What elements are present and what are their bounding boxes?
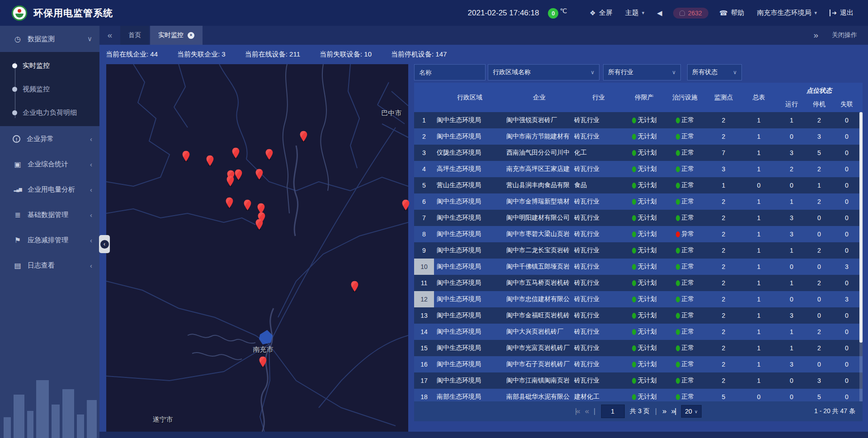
map-pin[interactable] bbox=[182, 151, 190, 162]
fullscreen-button[interactable]: ❖ 全屏 bbox=[590, 9, 612, 17]
map-pin[interactable] bbox=[206, 155, 214, 166]
map-pin[interactable] bbox=[226, 175, 235, 187]
map-pin[interactable] bbox=[259, 356, 267, 367]
table-row[interactable]: 7阆中生态环境局阆中明阳建材有限公司砖瓦行业无计划正常21300 bbox=[414, 210, 863, 226]
map-pin[interactable] bbox=[299, 131, 308, 142]
tab-首页[interactable]: 首页 bbox=[120, 26, 149, 45]
sidebar-item[interactable]: ≣基础数据管理‹ bbox=[0, 202, 99, 227]
map-pin[interactable] bbox=[350, 281, 359, 292]
col-header-points[interactable]: 监测点 bbox=[705, 94, 742, 102]
prev-page-button[interactable]: « bbox=[585, 407, 588, 416]
table-cell: 阆中生态环境局 bbox=[434, 259, 505, 275]
records-range-label: 1 - 20 共 47 条 bbox=[814, 407, 863, 415]
chevron-down-icon: ∨ bbox=[87, 35, 92, 43]
table-row[interactable]: 6阆中生态环境局阆中市金博瑞新型墙材砖瓦行业无计划正常21120 bbox=[414, 193, 863, 210]
region-filter-select[interactable]: 行政区域名称 ∨ bbox=[488, 64, 599, 80]
theme-dropdown[interactable]: 主题 ▾ bbox=[625, 9, 645, 17]
next-page-button[interactable]: » bbox=[662, 407, 665, 416]
last-page-button[interactable]: »| bbox=[671, 407, 675, 416]
table-row[interactable]: 11阆中生态环境局阆中市五马桥页岩机砖砖瓦行业无计划正常21120 bbox=[414, 275, 863, 291]
table-cell: 正常 bbox=[665, 161, 705, 177]
col-header-stopped[interactable]: 停机 bbox=[807, 100, 831, 108]
table-cell: 2 bbox=[705, 324, 742, 340]
tabs-scroll-right-button[interactable]: » bbox=[813, 30, 818, 40]
table-row[interactable]: 10阆中生态环境局阆中千佛镇五郎垭页岩砖瓦行业无计划正常21003 bbox=[414, 259, 863, 275]
org-dropdown[interactable]: 南充市生态环境局 ▾ bbox=[757, 9, 817, 17]
tab-close-icon[interactable]: × bbox=[188, 32, 194, 39]
sidebar-item[interactable]: !企业异常‹ bbox=[0, 126, 99, 151]
status-filter-select[interactable]: 所有状态 ∨ bbox=[687, 64, 742, 80]
col-header-region[interactable]: 行政区域 bbox=[434, 94, 505, 102]
table-row[interactable]: 4高坪生态环境局南充市高坪区王家店建砖瓦行业无计划正常31220 bbox=[414, 161, 863, 177]
table-cell: 2 bbox=[705, 356, 742, 372]
col-header-production[interactable]: 停限产 bbox=[624, 94, 665, 102]
table-row[interactable]: 3仪陇生态环境局西南油气田分公司川中化工无计划正常71350 bbox=[414, 145, 863, 161]
map-pin[interactable] bbox=[265, 149, 274, 160]
tab-实时监控[interactable]: 实时监控× bbox=[150, 26, 203, 45]
first-page-button[interactable]: |« bbox=[575, 407, 580, 416]
table-scrollbar[interactable] bbox=[859, 112, 863, 401]
table-row[interactable]: 13阆中生态环境局阆中市金福旺页岩机砖砖瓦行业无计划正常21300 bbox=[414, 307, 863, 324]
tabs-scroll-left-button[interactable]: « bbox=[99, 26, 120, 45]
col-header-meters[interactable]: 总表 bbox=[742, 94, 776, 102]
stat-item: 当前在线设备: 211 bbox=[245, 50, 300, 59]
map-pin[interactable] bbox=[225, 197, 234, 208]
table-row[interactable]: 2阆中生态环境局阆中市南方节能建材有砖瓦行业无计划正常21030 bbox=[414, 128, 863, 145]
sound-button[interactable]: ◀ bbox=[657, 9, 662, 17]
table-row[interactable]: 1阆中生态环境局阆中强锐页岩砖厂砖瓦行业无计划正常21120 bbox=[414, 112, 863, 128]
sidebar-subitem[interactable]: 企业电力负荷明细 bbox=[0, 101, 99, 124]
table-row[interactable]: 8阆中生态环境局阆中市枣碧大梁山页岩砖瓦行业无计划异常21300 bbox=[414, 226, 863, 242]
page-number-input[interactable] bbox=[601, 405, 624, 418]
map-pin[interactable] bbox=[234, 169, 243, 180]
map-pin[interactable] bbox=[255, 219, 264, 230]
table-cell: 1 bbox=[776, 242, 807, 259]
table-row[interactable]: 12阆中生态环境局阆中市忠信建材有限公砖瓦行业无计划正常21003 bbox=[414, 291, 863, 307]
table-row[interactable]: 14阆中生态环境局阆中大兴页岩机砖厂砖瓦行业无计划正常21120 bbox=[414, 324, 863, 340]
table-row[interactable]: 15阆中生态环境局阆中市光富页岩机砖厂砖瓦行业无计划正常21120 bbox=[414, 340, 863, 356]
table-row[interactable]: 18南部生态环境局南部县砒华水泥有限公建材化工无计划正常50050 bbox=[414, 389, 863, 401]
tab-label: 实时监控 bbox=[158, 31, 184, 39]
sidebar-subitem[interactable]: 视频监控 bbox=[0, 77, 99, 101]
table-cell: 1 bbox=[776, 324, 807, 340]
table-cell: 0 bbox=[831, 307, 863, 324]
table-row[interactable]: 5营山生态环境局营山县润丰肉食品有限食品无计划正常10010 bbox=[414, 177, 863, 193]
sidebar-item[interactable]: ▣企业综合统计‹ bbox=[0, 151, 99, 177]
logout-button[interactable]: ➔ 退出 bbox=[830, 9, 854, 17]
map-pin[interactable] bbox=[255, 169, 264, 180]
col-header-facility[interactable]: 治污设施 bbox=[665, 94, 705, 102]
chevron-down-icon: ∨ bbox=[733, 69, 737, 75]
status-dot-green bbox=[676, 378, 680, 384]
table-row[interactable]: 16阆中生态环境局阆中市石子页岩机砖厂砖瓦行业无计划正常21300 bbox=[414, 356, 863, 372]
col-header-lost[interactable]: 失联 bbox=[831, 100, 863, 108]
col-header-industry[interactable]: 行业 bbox=[573, 94, 624, 102]
sidebar-subitem[interactable]: 实时监控 bbox=[0, 54, 99, 77]
sidebar-item[interactable]: ⚑应急减排管理‹ bbox=[0, 227, 99, 253]
map-pin[interactable] bbox=[401, 199, 410, 211]
map-panel[interactable]: 巴中市南充市遂宁市 ‹ bbox=[106, 64, 408, 432]
sidebar-item[interactable]: ▤日志查看‹ bbox=[0, 253, 99, 278]
map-collapse-handle[interactable]: ‹ bbox=[99, 235, 110, 253]
table-cell: 2 bbox=[705, 372, 742, 389]
status-dot-green bbox=[676, 280, 680, 286]
name-filter-input[interactable] bbox=[414, 64, 486, 80]
table-cell: 无计划 bbox=[624, 193, 665, 210]
sidebar-item[interactable]: ▂▄▆企业用电量分析‹ bbox=[0, 177, 99, 202]
table-cell: 2 bbox=[705, 275, 742, 291]
map-pin[interactable] bbox=[231, 147, 240, 159]
table-cell: 仪陇生态环境局 bbox=[434, 145, 505, 161]
page-size-select[interactable]: 20 ∨ bbox=[681, 405, 702, 418]
col-header-running[interactable]: 运行 bbox=[776, 100, 807, 108]
table-cell: 0 bbox=[831, 128, 863, 145]
total-pages-label: 共 3 页 bbox=[630, 407, 650, 415]
table-cell: 0 bbox=[776, 259, 807, 275]
col-header-company[interactable]: 企业 bbox=[505, 94, 573, 102]
notification-badge[interactable]: 2632 bbox=[673, 8, 708, 19]
sidebar-item[interactable]: ◷数据监测∨ bbox=[0, 26, 99, 52]
map-pin[interactable] bbox=[243, 199, 252, 211]
industry-filter-select[interactable]: 所有行业 ∨ bbox=[603, 64, 681, 80]
help-button[interactable]: ☎ 帮助 bbox=[719, 9, 745, 17]
sidebar-subitem-label: 视频监控 bbox=[23, 85, 50, 94]
close-operations-button[interactable]: 关闭操作 bbox=[832, 31, 857, 39]
table-row[interactable]: 17阆中生态环境局阆中市江南镇阆南页岩砖瓦行业无计划正常21030 bbox=[414, 372, 863, 389]
table-row[interactable]: 9阆中生态环境局阆中市二龙长宝页岩砖砖瓦行业无计划正常21120 bbox=[414, 242, 863, 259]
